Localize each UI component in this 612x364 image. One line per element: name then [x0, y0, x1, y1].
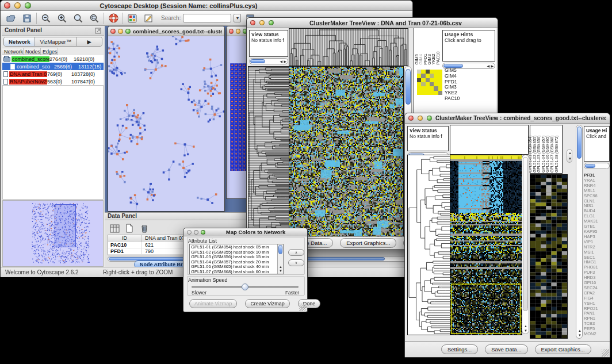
dialog-button[interactable]: Create Vizmap [245, 299, 289, 308]
treeview-button[interactable]: Save Data... [485, 344, 527, 354]
heatmap-vscrollbar[interactable]: ▲ ▼ [522, 155, 529, 334]
scroll-left-icon[interactable]: ◀ [280, 60, 282, 63]
annotation-icon[interactable] [141, 12, 155, 25]
attribute-item[interactable]: GPL51-06 (GSM865) heat shock 40 min [190, 265, 276, 270]
network-graph-canvas[interactable] [108, 36, 224, 211]
search-input[interactable] [183, 14, 231, 22]
scrollbar-thumb[interactable] [250, 59, 265, 63]
zoom-out-icon[interactable] [39, 12, 53, 25]
dialog-button[interactable]: Animate Vizmap [189, 299, 237, 308]
move-down-button[interactable]: ∨ [288, 259, 304, 266]
save-icon[interactable] [20, 12, 34, 25]
listbox-scrollbar[interactable]: ▲ ▼ [277, 244, 283, 274]
resize-grip[interactable] [602, 349, 609, 357]
treeview-button[interactable]: Export Graphics... [535, 344, 591, 354]
row-dendrogram[interactable] [248, 66, 290, 237]
table-icon[interactable] [108, 223, 121, 234]
control-panel-tab[interactable]: VizMapper™ [35, 37, 76, 46]
minimize-icon[interactable] [118, 29, 123, 34]
zoom-heatmap[interactable] [417, 70, 442, 95]
network-tree-row[interactable]: DNA and Tran 07 769(0) 183728(0) [2, 70, 104, 78]
attribute-item[interactable]: GPL51-01 (GSM854) heat shock 05 min [190, 245, 276, 250]
move-up-button[interactable]: ∧ [288, 249, 304, 256]
scroll-up-icon[interactable]: ▲ [578, 329, 582, 332]
minimize-icon[interactable] [14, 2, 21, 9]
scrollbar-thumb[interactable] [585, 164, 595, 168]
network-tree-row[interactable]: RNAPuberNov2+| 563(0) 107847(0) [2, 78, 104, 85]
close-icon[interactable] [229, 29, 234, 34]
scroll-down-icon[interactable]: ▼ [568, 157, 572, 160]
scroll-up-icon[interactable]: ▲ [568, 151, 572, 155]
row-dendrogram[interactable] [407, 155, 450, 335]
treeview-button[interactable]: Export Graphics... [340, 238, 396, 248]
close-icon[interactable] [110, 29, 116, 34]
treeview-dna-titlebar[interactable]: ClusterMaker TreeView : DNA and Tran 07-… [247, 18, 498, 28]
close-icon[interactable] [187, 230, 192, 235]
scroll-down-icon[interactable]: ▼ [279, 269, 282, 273]
scrollbar-thumb[interactable] [577, 127, 582, 159]
column-header[interactable]: Network [2, 48, 24, 55]
column-header[interactable]: ID [108, 235, 141, 242]
zoom-selected-icon[interactable] [87, 12, 101, 25]
treeview-button[interactable]: Settings... [441, 344, 478, 354]
network-tree-row[interactable]: combined_sco 2569(6) 13112(15) [2, 63, 104, 70]
scroll-up-icon[interactable]: ▲ [524, 324, 527, 328]
attribute-item[interactable]: GPL51-07 (GSM868) heat shock 60 min [190, 270, 276, 274]
scroll-down-icon[interactable]: ▼ [578, 334, 582, 337]
minimize-icon[interactable] [194, 230, 198, 235]
network-tree-row[interactable]: combined_scores 2764(0) 16218(0) [2, 55, 104, 63]
column-header[interactable]: Nodes [24, 48, 41, 55]
slider-thumb[interactable] [242, 283, 248, 290]
mini-scroll-buttons[interactable]: ▲ ▼ [567, 149, 572, 163]
zoom-window-icon[interactable] [201, 230, 205, 235]
scrollbar-thumb[interactable] [278, 245, 282, 254]
zoom-fit-icon[interactable] [71, 12, 85, 25]
scroll-down-icon[interactable]: ▼ [524, 329, 527, 332]
scrollbar-thumb[interactable] [523, 157, 528, 311]
attribute-item[interactable]: GPL51-04 (GSM857) heat shock 20 min [190, 260, 276, 265]
float-panel-icon[interactable] [95, 28, 101, 35]
global-heatmap[interactable] [289, 66, 404, 237]
close-icon[interactable] [4, 2, 10, 9]
zoom-panel-vscrollbar[interactable]: ▲ ▼ [576, 125, 583, 339]
zoom-window-icon[interactable] [269, 20, 274, 25]
trash-icon[interactable] [138, 223, 151, 234]
zoom-window-icon[interactable] [25, 2, 31, 9]
attribute-item[interactable]: GPL51-03 (GSM856) heat shock 15 min [190, 255, 276, 260]
view-status-scrollbar[interactable]: ◀ ▶ [249, 58, 288, 64]
network-view-titlebar[interactable]: combined_scores_good.txt--cluste... [108, 26, 224, 36]
help-icon[interactable] [106, 12, 120, 25]
minimize-icon[interactable] [236, 29, 240, 34]
view-status-title: View Status [410, 128, 446, 133]
scroll-right-icon[interactable]: ▶ [284, 60, 286, 63]
dialog-titlebar[interactable]: Map Colors to Network [183, 228, 307, 236]
close-icon[interactable] [408, 116, 414, 121]
column-dendrogram[interactable] [289, 28, 408, 66]
new-document-icon[interactable] [123, 223, 136, 234]
global-heatmap[interactable] [450, 155, 522, 335]
usage-hints-scrollbar[interactable] [584, 163, 610, 169]
birdseye-view[interactable] [2, 200, 104, 267]
control-panel-tab[interactable]: Network [4, 37, 35, 46]
close-icon[interactable] [250, 20, 255, 25]
zoom-heatmap[interactable] [530, 174, 568, 339]
minimize-icon[interactable] [259, 20, 265, 25]
vizmapper-icon[interactable] [125, 12, 139, 25]
open-icon[interactable] [4, 12, 18, 25]
column-header[interactable]: Edges [41, 48, 58, 55]
minimize-icon[interactable] [418, 116, 423, 121]
background-network-window[interactable] [226, 26, 248, 199]
search-dropdown-icon[interactable]: ▼ [234, 14, 241, 22]
zoom-window-icon[interactable] [427, 116, 432, 121]
scroll-up-icon[interactable]: ▲ [279, 265, 282, 269]
attribute-item[interactable]: GPL51-02 (GSM855) heat shock 10 min [190, 250, 276, 255]
control-panel-tab[interactable]: ▶ [76, 37, 102, 46]
attribute-items: GPL51-01 (GSM854) heat shock 05 minGPL51… [190, 244, 283, 274]
zoom-window-icon[interactable] [125, 29, 131, 34]
zoom-in-icon[interactable] [55, 12, 69, 25]
treeview-combined-titlebar[interactable]: ClusterMaker TreeView : combined_scores_… [405, 113, 610, 124]
resize-grip[interactable] [299, 304, 307, 311]
attribute-listbox[interactable]: GPL51-01 (GSM854) heat shock 05 minGPL51… [189, 244, 284, 274]
main-titlebar[interactable]: Cytoscape Desktop (Session Name: collins… [1, 1, 412, 11]
scrollbar-thumb[interactable] [406, 69, 411, 105]
